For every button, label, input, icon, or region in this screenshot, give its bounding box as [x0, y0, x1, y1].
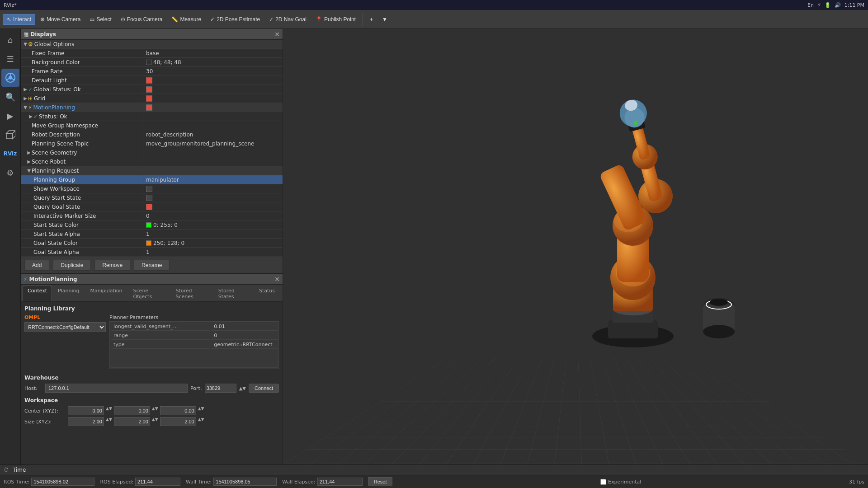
planning-request-arrow[interactable]: ▼ [26, 168, 32, 173]
grid-row[interactable]: ▶ ⊞ Grid [21, 94, 283, 103]
add-display-button[interactable]: Add [24, 260, 49, 271]
global-options-arrow[interactable]: ▼ [23, 42, 28, 47]
size-y-spinner[interactable]: ▲▼ [151, 417, 159, 426]
sidebar-icon-finder[interactable]: 🔍 [1, 88, 19, 106]
goal-state-color-row[interactable]: Goal State Color 250; 128; 0 [21, 239, 283, 248]
global-options-row[interactable]: ▼ ⚙ Global Options [21, 40, 283, 49]
center-y-input[interactable] [114, 406, 150, 415]
volume-icon: 🔊 [835, 2, 841, 8]
start-state-alpha-row[interactable]: Start State Alpha 1 [21, 230, 283, 239]
bg-color-row[interactable]: Background Color 48; 48; 48 [21, 58, 283, 67]
tab-stored-scenes[interactable]: Stored Scenes [171, 286, 212, 301]
tab-context[interactable]: Context [23, 286, 52, 301]
interact-button[interactable]: ↖ Interact [3, 14, 35, 25]
tool-settings-button[interactable]: ▼ [378, 14, 392, 25]
query-start-state-checkbox[interactable] [146, 195, 152, 201]
global-status-arrow[interactable]: ▶ [23, 87, 28, 92]
measure-button[interactable]: 📏 Measure [167, 14, 205, 25]
port-label: Port: [190, 385, 202, 391]
size-row: Size (XYZ): ▲▼ ▲▼ ▲▼ [24, 417, 279, 426]
size-z-input[interactable] [160, 417, 196, 426]
experimental-checkbox[interactable] [600, 479, 606, 485]
move-camera-button[interactable]: ⊕ Move Camera [36, 14, 85, 25]
sidebar-icon-settings2[interactable]: ⚙ [1, 164, 19, 182]
query-start-state-row[interactable]: Query Start State [21, 193, 283, 202]
host-input[interactable] [45, 384, 188, 393]
default-light-checkbox[interactable] [146, 77, 152, 84]
size-x-spinner[interactable]: ▲▼ [105, 417, 113, 426]
warehouse-section: Warehouse Host: Port: ▲▼ Connect [24, 375, 279, 393]
motion-planning-checkbox[interactable] [146, 104, 152, 111]
wall-elapsed-input[interactable] [317, 478, 363, 486]
nav-goal-button[interactable]: ✓ 2D Nav Goal [265, 14, 311, 25]
marker-size-row[interactable]: Interactive Marker Size 0 [21, 211, 283, 221]
status-ok-arrow[interactable]: ▶ [28, 114, 33, 119]
center-z-input[interactable] [160, 406, 196, 415]
tab-planning[interactable]: Planning [53, 286, 84, 301]
sidebar-icon-list[interactable]: ☰ [1, 50, 19, 68]
robot-desc-row[interactable]: Robot Description robot_description [21, 130, 283, 139]
sidebar-icon-home[interactable]: ⌂ [1, 31, 19, 49]
size-x-input[interactable] [68, 417, 104, 426]
tab-scene-objects[interactable]: Scene Objects [128, 286, 170, 301]
size-z-spinner[interactable]: ▲▼ [197, 417, 205, 426]
port-input[interactable] [205, 384, 236, 393]
global-status-checkbox[interactable] [146, 86, 152, 93]
tab-status[interactable]: Status [254, 286, 280, 301]
planning-group-row[interactable]: Planning Group manipulator [21, 175, 283, 184]
grid-checkbox[interactable] [146, 95, 152, 102]
ros-elapsed-input[interactable] [135, 478, 180, 486]
center-x-input[interactable] [68, 406, 104, 415]
motion-planning-arrow[interactable]: ▼ [23, 105, 28, 110]
duplicate-display-button[interactable]: Duplicate [53, 260, 91, 271]
start-state-color-row[interactable]: Start State Color 0; 255; 0 [21, 221, 283, 230]
size-y-input[interactable] [114, 417, 150, 426]
scene-geometry-arrow[interactable]: ▶ [26, 150, 32, 155]
scene-robot-arrow[interactable]: ▶ [26, 159, 32, 164]
show-workspace-checkbox[interactable] [146, 186, 152, 192]
planning-scene-topic-row[interactable]: Planning Scene Topic move_group/monitore… [21, 139, 283, 148]
rename-display-button[interactable]: Rename [134, 260, 170, 271]
motion-planning-row[interactable]: ▼ ⚡ MotionPlanning [21, 103, 283, 112]
tab-manipulation[interactable]: Manipulation [85, 286, 127, 301]
tab-stored-states[interactable]: Stored States [213, 286, 253, 301]
goal-state-alpha-row[interactable]: Goal State Alpha 1 [21, 248, 283, 257]
sidebar-icon-rviz[interactable]: RViz [1, 145, 19, 163]
show-workspace-row[interactable]: Show Workspace [21, 184, 283, 193]
add-tool-button[interactable]: + [366, 14, 377, 25]
center-x-spinner[interactable]: ▲▼ [105, 406, 113, 415]
connect-button[interactable]: Connect [249, 384, 279, 393]
wall-time-input[interactable] [213, 478, 277, 486]
remove-display-button[interactable]: Remove [94, 260, 130, 271]
publish-point-button[interactable]: 📍 Publish Point [311, 14, 360, 25]
focus-camera-button[interactable]: ⊙ Focus Camera [117, 14, 167, 25]
query-goal-state-checkbox[interactable] [146, 204, 152, 210]
motion-panel-close[interactable]: ✕ [274, 276, 280, 283]
displays-panel-close[interactable]: ✕ [274, 31, 280, 38]
scene-robot-row[interactable]: ▶ Scene Robot [21, 157, 283, 166]
planning-request-row[interactable]: ▼ Planning Request [21, 166, 283, 175]
wall-elapsed-field: Wall Elapsed: [282, 478, 362, 486]
scene-geometry-row[interactable]: ▶ Scene Geometry [21, 148, 283, 157]
port-spinner[interactable]: ▲▼ [239, 386, 246, 391]
frame-rate-row[interactable]: Frame Rate 30 [21, 67, 283, 76]
planner-select[interactable]: RRTConnectkConfigDefault [24, 322, 106, 332]
grid-icon: ⊞ [28, 95, 33, 102]
move-group-ns-row[interactable]: Move Group Namespace [21, 121, 283, 130]
reset-button[interactable]: Reset [368, 477, 393, 486]
sidebar-icon-chrome[interactable] [1, 69, 19, 87]
sidebar-icon-cube[interactable] [1, 126, 19, 144]
3d-viewport[interactable] [283, 29, 868, 465]
default-light-row[interactable]: Default Light [21, 76, 283, 85]
grid-arrow[interactable]: ▶ [23, 96, 28, 101]
select-button[interactable]: ▭ Select [85, 14, 115, 25]
fixed-frame-row[interactable]: Fixed Frame base [21, 49, 283, 58]
sidebar-icon-terminal[interactable]: ▶ [1, 107, 19, 125]
status-ok-row[interactable]: ▶ ✓ Status: Ok [21, 112, 283, 121]
center-y-spinner[interactable]: ▲▼ [151, 406, 159, 415]
query-goal-state-row[interactable]: Query Goal State [21, 202, 283, 211]
global-status-row[interactable]: ▶ ✓ Global Status: Ok [21, 85, 283, 94]
ros-time-input[interactable] [31, 478, 94, 486]
pose-estimate-button[interactable]: ✓ 2D Pose Estimate [206, 14, 264, 25]
center-z-spinner[interactable]: ▲▼ [197, 406, 205, 415]
